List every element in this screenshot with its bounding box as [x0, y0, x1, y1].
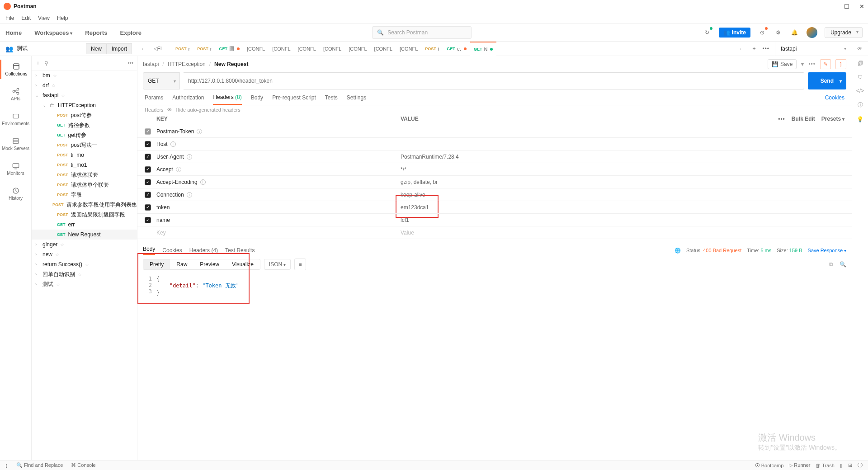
- header-row[interactable]: ✓ token em123dca1: [137, 201, 852, 214]
- search-response-icon[interactable]: 🔍: [840, 261, 846, 268]
- header-row[interactable]: ✓ Connectioni keep-alive: [137, 188, 852, 201]
- rail-history[interactable]: History: [0, 184, 31, 203]
- nav-explore[interactable]: Explore: [120, 29, 142, 36]
- rail-monitors[interactable]: Monitors: [0, 159, 31, 179]
- resp-tab-cookies[interactable]: Cookies: [162, 247, 182, 254]
- layout-icon-1[interactable]: ⫿: [840, 463, 843, 468]
- close-icon[interactable]: ✕: [859, 3, 864, 10]
- create-icon[interactable]: ＋: [35, 59, 41, 67]
- tab-prerequest[interactable]: Pre-request Script: [272, 94, 316, 104]
- resp-tab-testresults[interactable]: Test Results: [225, 247, 255, 254]
- header-checkbox[interactable]: ✓: [145, 192, 151, 198]
- format-select[interactable]: ISON: [264, 259, 291, 270]
- environment-selector[interactable]: fastapi: [775, 42, 852, 56]
- request-tab[interactable]: [CONFL: [269, 42, 294, 56]
- menu-view[interactable]: View: [38, 15, 50, 21]
- trash-link[interactable]: 🗑 Trash: [816, 463, 835, 468]
- tree-folder[interactable]: ⌄fastapi☆: [32, 90, 137, 100]
- view-raw[interactable]: Raw: [170, 259, 193, 269]
- header-row[interactable]: ✓ User-Agenti PostmanRuntime/7.28.4: [137, 150, 852, 163]
- info-icon[interactable]: ⓘ: [858, 101, 863, 109]
- request-tab[interactable]: POSTi: [421, 42, 443, 56]
- new-tab-button[interactable]: ＋: [751, 45, 757, 52]
- sync-icon[interactable]: ↻: [703, 28, 712, 37]
- tree-folder[interactable]: ›bm☆: [32, 70, 137, 80]
- tree-folder[interactable]: ›回单自动识别☆: [32, 269, 137, 279]
- tree-request[interactable]: POST返回结果限制返回字段: [32, 210, 137, 220]
- nav-workspaces[interactable]: Workspaces: [34, 29, 72, 36]
- header-row[interactable]: ✓ name lcf1: [137, 214, 852, 226]
- rail-environments[interactable]: Environments: [0, 109, 31, 129]
- bulk-edit-link[interactable]: Bulk Edit: [792, 116, 815, 122]
- header-checkbox[interactable]: ✓: [145, 128, 151, 135]
- request-tab[interactable]: GETN: [470, 42, 496, 56]
- help-icon[interactable]: ⓘ: [858, 462, 863, 469]
- docs-icon[interactable]: 🗐: [858, 61, 863, 67]
- request-tab[interactable]: [CONFL: [320, 42, 345, 56]
- tree-request[interactable]: GETNew Request: [32, 230, 137, 240]
- save-dropdown[interactable]: ▾: [801, 61, 804, 67]
- tree-folder[interactable]: ›return Success()☆: [32, 259, 137, 269]
- tab-tests[interactable]: Tests: [325, 94, 338, 104]
- tab-params[interactable]: Params: [145, 94, 163, 104]
- request-tab[interactable]: [CONFL: [396, 42, 421, 56]
- resp-tab-body[interactable]: Body: [143, 246, 155, 255]
- tree-folder[interactable]: ›drf☆: [32, 80, 137, 90]
- nav-reports[interactable]: Reports: [85, 29, 107, 36]
- invite-button[interactable]: 👥 Invite: [719, 28, 750, 38]
- avatar[interactable]: [807, 27, 817, 38]
- request-tab[interactable]: [CONFL: [345, 42, 370, 56]
- toggle-sidepanel-icon[interactable]: ⫿: [5, 463, 8, 468]
- upgrade-button[interactable]: Upgrade: [825, 27, 863, 38]
- globe-icon[interactable]: 🌐: [675, 248, 681, 254]
- presets-dropdown[interactable]: Presets: [821, 116, 844, 122]
- tree-request[interactable]: GETget传参: [32, 130, 137, 140]
- view-pretty[interactable]: Pretty: [143, 259, 170, 269]
- header-row[interactable]: ✓ Postman-Tokeni: [137, 125, 852, 138]
- header-checkbox[interactable]: ✓: [145, 166, 151, 173]
- rail-mock-servers[interactable]: Mock Servers: [0, 134, 31, 154]
- tree-request[interactable]: POSTti_mo: [32, 150, 137, 160]
- header-checkbox[interactable]: ✓: [145, 217, 151, 223]
- tree-folder[interactable]: ⌄🗀HTTPException: [32, 100, 137, 110]
- tree-request[interactable]: POST字段: [32, 190, 137, 200]
- col-more[interactable]: •••: [778, 116, 785, 122]
- http-method-select[interactable]: GET: [143, 72, 180, 89]
- cookies-link[interactable]: Cookies: [825, 94, 844, 104]
- request-tab[interactable]: POSTr: [172, 42, 193, 56]
- url-input[interactable]: http://127.0.0.1:8000/header_token: [184, 72, 804, 89]
- new-button[interactable]: New: [86, 43, 107, 54]
- tree-request[interactable]: GET路径参数: [32, 120, 137, 130]
- header-row[interactable]: ✓ Accept-Encodingi gzip, deflate, br: [137, 176, 852, 188]
- eye-icon[interactable]: 👁: [167, 107, 172, 113]
- autogen-toggle[interactable]: Hide auto-generated headers: [176, 107, 241, 113]
- request-tab[interactable]: GETe.: [443, 42, 470, 56]
- capture-icon[interactable]: ⊙: [758, 28, 767, 37]
- menu-file[interactable]: File: [5, 15, 14, 21]
- header-checkbox[interactable]: ✓: [145, 141, 151, 147]
- tab-headers[interactable]: Headers (8): [213, 94, 241, 105]
- request-tab[interactable]: ◁FI: [150, 42, 172, 56]
- comment-icon[interactable]: ✎: [820, 59, 831, 69]
- code-icon[interactable]: </>: [856, 88, 864, 94]
- send-button[interactable]: Send: [808, 72, 846, 89]
- global-search[interactable]: 🔍 Search Postman: [372, 26, 472, 39]
- tab-settings[interactable]: Settings: [347, 94, 366, 104]
- tree-request[interactable]: POSTti_mo1: [32, 160, 137, 170]
- request-tab[interactable]: [CONFL: [371, 42, 396, 56]
- tree-request[interactable]: POSTpost写法一: [32, 140, 137, 150]
- crumb-2[interactable]: HTTPException: [168, 61, 206, 67]
- settings-icon[interactable]: ⚙: [774, 28, 783, 37]
- wrap-icon[interactable]: ≡: [294, 258, 306, 270]
- header-row[interactable]: ✓ Hosti: [137, 138, 852, 150]
- header-row-placeholder[interactable]: KeyValue: [137, 226, 852, 239]
- view-preview[interactable]: Preview: [193, 259, 226, 269]
- tab-options[interactable]: •••: [762, 46, 769, 52]
- import-button[interactable]: Import: [107, 43, 132, 54]
- tree-request[interactable]: POST请求体联套: [32, 170, 137, 180]
- tree-folder[interactable]: ›new☆: [32, 249, 137, 259]
- tree-request[interactable]: GETerr: [32, 220, 137, 230]
- workspace-selector[interactable]: 👥 测试 New Import: [0, 43, 137, 54]
- header-checkbox[interactable]: ✓: [145, 204, 151, 211]
- split-pane-icon[interactable]: ⫿: [835, 59, 846, 69]
